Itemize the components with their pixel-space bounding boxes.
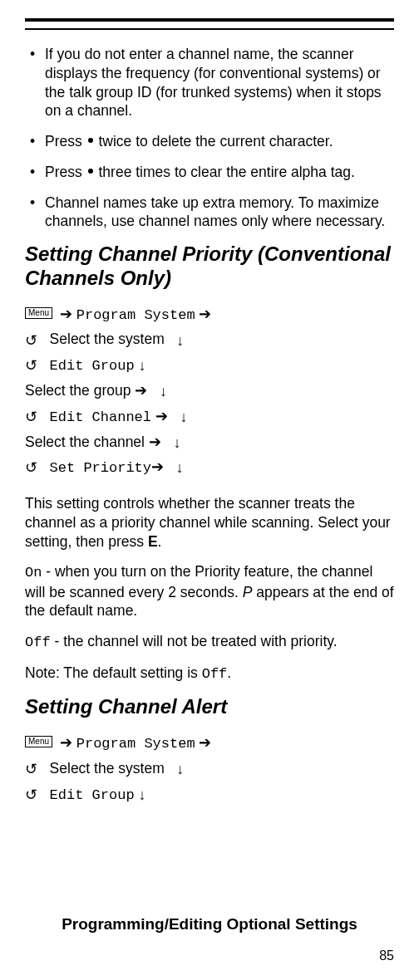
default-note: Note: The default setting is Off. (25, 664, 394, 684)
arrow-right-icon: ➔ (60, 734, 72, 751)
key-label: E (148, 533, 158, 550)
menu-path: Edit Channel (50, 409, 151, 425)
rotate-icon: ↺ (25, 353, 37, 379)
down-arrow-icon: ↓ (139, 782, 146, 808)
nav-sequence-alert: Menu ➔ Program System ➔ ↺ Select the sys… (25, 731, 394, 807)
heading-priority: Setting Channel Priority (Conventional C… (25, 243, 394, 291)
rotate-icon: ↺ (25, 455, 37, 481)
menu-path: Program System (76, 307, 195, 323)
down-arrow-icon: ↓ (176, 757, 184, 782)
note-text: If you do not enter a channel name, the … (45, 46, 382, 119)
note-text: Press (45, 133, 86, 149)
option-label: On (25, 565, 42, 581)
rotate-icon: ↺ (25, 757, 37, 782)
body-text: This setting controls whether the scanne… (25, 495, 391, 550)
list-item: Press twice to delete the current charac… (25, 132, 394, 151)
notes-list: If you do not enter a channel name, the … (25, 45, 394, 231)
off-option: Off - the channel will not be treated wi… (25, 632, 394, 652)
down-arrow-icon: ↓ (176, 455, 184, 481)
page-number: 85 (379, 948, 394, 963)
menu-path: Set Priority (50, 460, 151, 476)
down-arrow-icon: ↓ (173, 430, 180, 456)
note-text: Note: The default setting is (25, 664, 202, 681)
footer-title: Programming/Editing Optional Settings (0, 915, 419, 933)
option-label: Off (25, 635, 51, 650)
dot-key-icon (88, 138, 93, 143)
note-text: Channel names take up extra memory. To m… (45, 194, 385, 230)
arrow-right-icon: ➔ (149, 434, 161, 450)
arrow-right-icon: ➔ (199, 734, 211, 751)
rotate-icon: ↺ (25, 404, 37, 430)
nav-text: Select the system (50, 331, 165, 347)
note-text: three times to clear the entire alpha ta… (95, 164, 355, 180)
down-arrow-icon: ↓ (180, 404, 187, 430)
down-arrow-icon: ↓ (160, 379, 167, 404)
note-text: twice to delete the current character. (95, 133, 333, 149)
arrow-right-icon: ➔ (199, 306, 211, 322)
nav-sequence-priority: Menu ➔ Program System ➔ ↺ Select the sys… (25, 302, 394, 482)
menu-key-icon: Menu (25, 736, 52, 747)
menu-path: Edit Group (50, 358, 135, 374)
menu-path: Program System (76, 736, 195, 752)
heading-alert: Setting Channel Alert (25, 695, 394, 719)
top-rule-thin (25, 28, 394, 30)
option-text: - the channel will not be treated with p… (51, 633, 338, 649)
down-arrow-icon: ↓ (176, 328, 184, 354)
nav-text: Select the channel (25, 434, 145, 450)
note-text: . (227, 664, 231, 681)
list-item: Press three times to clear the entire al… (25, 163, 394, 182)
arrow-right-icon: ➔ (60, 306, 72, 322)
rotate-icon: ↺ (25, 328, 37, 354)
nav-text: Select the system (50, 760, 165, 777)
note-text: Press (45, 164, 86, 180)
italic-p: P (243, 584, 253, 600)
down-arrow-icon: ↓ (139, 353, 146, 379)
priority-description: This setting controls whether the scanne… (25, 494, 394, 551)
arrow-right-icon: ➔ (155, 408, 168, 424)
option-label: Off (202, 666, 228, 682)
top-rule-thick (25, 18, 394, 22)
body-text: . (158, 533, 162, 550)
nav-text: Select the group (25, 382, 131, 399)
list-item: Channel names take up extra memory. To m… (25, 194, 394, 232)
dot-key-icon (88, 169, 93, 174)
menu-key-icon: Menu (25, 307, 52, 319)
arrow-right-icon: ➔ (151, 458, 164, 475)
menu-path: Edit Group (50, 787, 135, 803)
on-option: On - when you turn on the Priority featu… (25, 562, 394, 620)
rotate-icon: ↺ (25, 782, 37, 808)
arrow-right-icon: ➔ (135, 382, 147, 399)
list-item: If you do not enter a channel name, the … (25, 45, 394, 120)
